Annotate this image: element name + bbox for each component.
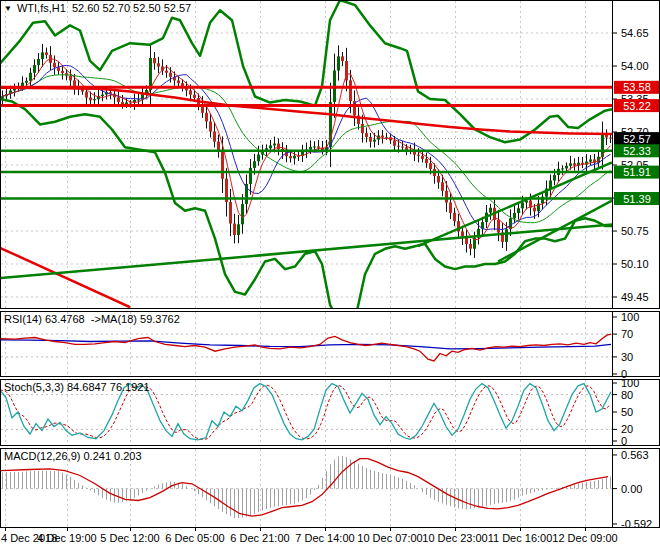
price-badge-label: 53.58	[623, 81, 651, 93]
candle[interactable]	[401, 147, 404, 148]
price-badge-label: 52.33	[623, 145, 651, 157]
candle[interactable]	[277, 144, 280, 149]
candle[interactable]	[189, 90, 192, 94]
axis-label: 70	[621, 328, 633, 340]
candle[interactable]	[153, 58, 156, 63]
candle[interactable]	[117, 97, 120, 102]
price-badge-label: 53.22	[623, 100, 651, 112]
candle[interactable]	[237, 224, 240, 235]
candle[interactable]	[229, 202, 232, 224]
candle[interactable]	[489, 208, 492, 213]
candle[interactable]	[349, 80, 352, 101]
candle[interactable]	[453, 213, 456, 221]
candle[interactable]	[269, 145, 272, 148]
candle[interactable]	[337, 56, 340, 70]
candle[interactable]	[177, 80, 180, 83]
candle[interactable]	[437, 176, 440, 182]
candle[interactable]	[249, 168, 252, 184]
candle[interactable]	[273, 144, 276, 146]
candle[interactable]	[169, 73, 172, 77]
candle[interactable]	[317, 146, 320, 147]
candle[interactable]	[149, 58, 152, 90]
candle[interactable]	[129, 102, 132, 103]
price-axis[interactable]: 54.6554.0053.3552.7052.0551.4050.7550.10…	[612, 27, 659, 530]
candle[interactable]	[341, 56, 344, 61]
candle[interactable]	[513, 213, 516, 218]
candle[interactable]	[101, 95, 104, 97]
candle[interactable]	[505, 229, 508, 242]
candle[interactable]	[157, 63, 160, 66]
candle[interactable]	[573, 163, 576, 165]
candle[interactable]	[253, 161, 256, 168]
candle[interactable]	[417, 155, 420, 156]
candle[interactable]	[69, 76, 72, 81]
candle[interactable]	[609, 138, 612, 139]
candle[interactable]	[241, 204, 244, 224]
candle[interactable]	[209, 121, 212, 131]
candle[interactable]	[445, 191, 448, 203]
candle[interactable]	[73, 80, 76, 86]
candle[interactable]	[89, 98, 92, 101]
candle[interactable]	[569, 163, 572, 166]
candle[interactable]	[33, 65, 36, 73]
candle[interactable]	[165, 71, 168, 73]
candle[interactable]	[373, 140, 376, 142]
candle[interactable]	[517, 208, 520, 213]
candle[interactable]	[561, 168, 564, 169]
candle[interactable]	[469, 244, 472, 249]
time-axis-label: 12 Dec 09:00	[545, 532, 625, 544]
candle[interactable]	[429, 163, 432, 169]
axis-label: 30	[621, 351, 633, 363]
candle[interactable]	[257, 155, 260, 162]
candle[interactable]	[29, 73, 32, 81]
candle[interactable]	[53, 63, 56, 67]
axis-label: 0.00	[621, 483, 642, 495]
candle[interactable]	[565, 166, 568, 169]
axis-label: 20	[621, 423, 633, 435]
candle[interactable]	[221, 151, 224, 179]
candle[interactable]	[425, 159, 428, 163]
chart-canvas[interactable]: 54.6554.0053.3552.7052.0551.4050.7550.10…	[0, 0, 660, 550]
candle[interactable]	[233, 224, 236, 235]
candle[interactable]	[45, 52, 48, 54]
candle[interactable]	[521, 203, 524, 209]
candle[interactable]	[181, 83, 184, 86]
macd-signal-line	[0, 459, 608, 516]
candle[interactable]	[461, 231, 464, 236]
candle[interactable]	[137, 99, 140, 100]
price-badge-label: 51.39	[623, 193, 651, 205]
candle[interactable]	[37, 59, 40, 65]
candle[interactable]	[589, 159, 592, 161]
macd-indicator-label: MACD(12,26,9) 0.241 0.203	[4, 450, 142, 462]
symbol-collapse-icon[interactable]: ▼	[4, 4, 12, 13]
candle[interactable]	[553, 175, 556, 181]
candle[interactable]	[41, 52, 44, 59]
candle[interactable]	[21, 83, 24, 86]
candle[interactable]	[293, 156, 296, 159]
candle[interactable]	[289, 156, 292, 158]
candle[interactable]	[25, 81, 28, 83]
candle[interactable]	[193, 95, 196, 98]
candle[interactable]	[93, 99, 96, 100]
axis-label: 0	[621, 435, 627, 447]
candle[interactable]	[369, 137, 372, 142]
candle[interactable]	[449, 203, 452, 213]
candle[interactable]	[309, 147, 312, 150]
candle[interactable]	[365, 133, 368, 137]
candle[interactable]	[313, 146, 316, 147]
candle[interactable]	[393, 140, 396, 145]
candle[interactable]	[397, 146, 400, 147]
candle[interactable]	[441, 182, 444, 190]
axis-label: 50	[621, 406, 633, 418]
candle[interactable]	[361, 124, 364, 133]
candle[interactable]	[381, 136, 384, 138]
candle[interactable]	[213, 132, 216, 142]
candle[interactable]	[533, 208, 536, 212]
candle[interactable]	[61, 71, 64, 73]
candle[interactable]	[421, 156, 424, 159]
axis-label: 0.563	[621, 449, 649, 461]
price-badge-label: 52.57	[623, 133, 651, 145]
candle[interactable]	[205, 113, 208, 122]
candle[interactable]	[85, 92, 88, 98]
candle[interactable]	[497, 220, 500, 233]
